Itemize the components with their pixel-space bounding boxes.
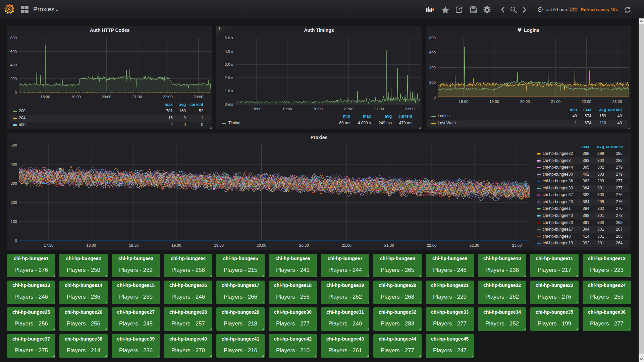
svg-text:200: 200	[10, 77, 17, 81]
svg-text:21:30: 21:30	[384, 243, 394, 247]
svg-text:100: 100	[11, 220, 17, 224]
svg-text:800: 800	[429, 36, 436, 40]
svg-text:5.0 s: 5.0 s	[225, 36, 233, 40]
svg-text:17:30: 17:30	[44, 243, 54, 247]
svg-text:18:00: 18:00	[252, 107, 262, 111]
svg-text:20:00: 20:00	[257, 243, 266, 247]
svg-text:400: 400	[10, 63, 17, 67]
svg-text:21:00: 21:00	[342, 243, 352, 247]
svg-text:22:00: 22:00	[374, 107, 384, 111]
svg-text:19:00: 19:00	[71, 95, 81, 99]
svg-text:23:00: 23:00	[194, 95, 203, 99]
svg-text:400: 400	[11, 162, 17, 166]
svg-text:200: 200	[11, 200, 17, 204]
svg-text:300: 300	[11, 181, 17, 185]
svg-text:20:00: 20:00	[313, 107, 323, 111]
svg-text:22:00: 22:00	[582, 100, 591, 104]
svg-text:21:00: 21:00	[551, 100, 560, 104]
svg-text:22:00: 22:00	[427, 243, 437, 247]
svg-text:3.0 s: 3.0 s	[225, 62, 233, 66]
svg-text:20:00: 20:00	[102, 95, 111, 99]
svg-text:0 ms: 0 ms	[225, 102, 233, 106]
svg-text:600: 600	[10, 50, 17, 54]
svg-text:1.0 s: 1.0 s	[225, 89, 233, 93]
svg-text:500: 500	[11, 143, 17, 147]
svg-text:23:00: 23:00	[612, 100, 622, 104]
svg-text:18:00: 18:00	[87, 243, 96, 247]
svg-text:21:00: 21:00	[132, 95, 142, 99]
svg-text:18:00: 18:00	[459, 100, 469, 104]
svg-text:200: 200	[429, 80, 436, 84]
svg-text:23:00: 23:00	[405, 107, 415, 111]
svg-text:19:00: 19:00	[171, 243, 181, 247]
svg-text:19:00: 19:00	[282, 107, 292, 111]
svg-text:21:00: 21:00	[344, 107, 354, 111]
svg-text:0: 0	[15, 239, 17, 243]
svg-text:22:00: 22:00	[163, 95, 173, 99]
svg-text:0: 0	[15, 90, 17, 95]
svg-text:4.0 s: 4.0 s	[225, 49, 233, 53]
svg-text:22:30: 22:30	[470, 243, 479, 247]
svg-text:20:00: 20:00	[520, 100, 530, 104]
svg-text:2.0 s: 2.0 s	[225, 76, 233, 80]
svg-text:0: 0	[434, 95, 436, 99]
svg-text:18:00: 18:00	[41, 95, 50, 99]
svg-text:19:00: 19:00	[489, 100, 499, 104]
svg-text:18:30: 18:30	[129, 243, 139, 247]
svg-text:19:30: 19:30	[214, 243, 224, 247]
svg-text:20:30: 20:30	[299, 243, 309, 247]
svg-text:23:00: 23:00	[512, 243, 522, 247]
svg-text:800: 800	[10, 36, 17, 40]
svg-text:400: 400	[429, 66, 436, 70]
svg-text:600: 600	[429, 51, 436, 55]
